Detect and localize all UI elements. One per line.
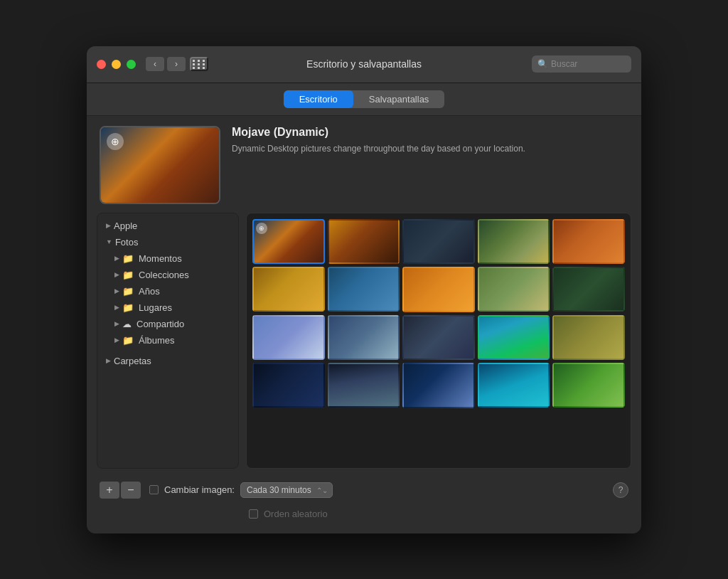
tab-screensaver[interactable]: Salvapantallas <box>353 90 445 108</box>
wallpaper-item-12[interactable] <box>328 315 400 360</box>
dynamic-icon: ⊕ <box>107 133 124 150</box>
bottom-bar: + − Cambiar imagen: Cada 30 minutos ⌃⌄ ? <box>97 477 631 500</box>
sidebar-label-carpetas: Carpetas <box>114 356 151 366</box>
random-row: Orden aleatorio <box>97 509 631 524</box>
tab-group: Escritorio Salvapantallas <box>284 90 445 108</box>
sidebar-item-momentos[interactable]: ▶ 📁 Momentos <box>97 250 238 267</box>
minimize-button[interactable] <box>112 60 121 69</box>
wallpaper-item-19[interactable] <box>478 363 550 408</box>
sidebar-label-colecciones: Colecciones <box>139 270 189 280</box>
folder-icon: 📁 <box>122 302 134 313</box>
search-placeholder: Buscar <box>551 59 577 69</box>
content-area: ⊕ Mojave (Dynamic) Dynamic Desktop pictu… <box>87 116 641 533</box>
remove-button[interactable]: − <box>121 482 141 499</box>
folder-icon: 📁 <box>122 335 134 346</box>
sidebar: ▶ Apple ▼ Fotos ▶ 📁 Momentos ▶ 📁 Col <box>97 213 239 469</box>
sidebar-label-momentos: Momentos <box>139 253 182 264</box>
help-button[interactable]: ? <box>613 482 628 498</box>
chevron-right-icon: ▶ <box>114 255 119 262</box>
close-button[interactable] <box>97 60 106 69</box>
wallpaper-item-15[interactable] <box>552 315 625 360</box>
sidebar-item-colecciones[interactable]: ▶ 📁 Colecciones <box>97 267 238 283</box>
chevron-right-icon: ▶ <box>114 320 119 327</box>
nav-buttons: ‹ › <box>146 57 186 71</box>
sidebar-item-albumes[interactable]: ▶ 📁 Álbumes <box>97 332 238 349</box>
window-title: Escritorio y salvapantallas <box>306 58 422 70</box>
wallpaper-item-10[interactable] <box>552 267 625 312</box>
preview-info: Mojave (Dynamic) Dynamic Desktop picture… <box>232 126 525 155</box>
wallpaper-description: Dynamic Desktop pictures change througho… <box>232 143 525 155</box>
tabs-bar: Escritorio Salvapantallas <box>87 83 641 116</box>
wallpaper-item-16[interactable] <box>252 363 325 408</box>
sidebar-label-albumes: Álbumes <box>139 335 175 346</box>
wallpaper-item-5[interactable] <box>552 219 625 264</box>
sidebar-item-compartido[interactable]: ▶ ☁ Compartido <box>97 316 238 332</box>
wallpaper-item-4[interactable] <box>478 219 550 264</box>
titlebar: ‹ › Escritorio y salvapantallas 🔍 Buscar <box>87 46 641 83</box>
sidebar-label-compartido: Compartido <box>136 319 184 329</box>
wallpaper-item-2[interactable] <box>328 219 400 264</box>
main-window: ‹ › Escritorio y salvapantallas 🔍 Buscar… <box>87 46 641 533</box>
wallpaper-name: Mojave (Dynamic) <box>232 126 525 139</box>
wallpaper-item-9[interactable] <box>478 267 550 312</box>
wallpaper-item-1[interactable]: ⊕ <box>252 219 325 264</box>
search-box[interactable]: 🔍 Buscar <box>532 55 631 73</box>
grid-view-button[interactable] <box>190 57 208 71</box>
chevron-right-icon: ▶ <box>114 336 119 344</box>
grid-icon <box>193 60 206 69</box>
chevron-right-icon: ▶ <box>106 222 111 229</box>
dropdown-arrow-icon: ⌃⌄ <box>316 486 328 494</box>
chevron-down-icon: ▼ <box>106 238 112 245</box>
back-button[interactable]: ‹ <box>146 57 164 71</box>
sidebar-label-anios: Años <box>139 286 160 297</box>
folder-icon: 📁 <box>122 270 134 280</box>
dropdown-value: Cada 30 minutos <box>247 485 311 495</box>
main-area: ▶ Apple ▼ Fotos ▶ 📁 Momentos ▶ 📁 Col <box>97 213 631 469</box>
sidebar-item-fotos[interactable]: ▼ Fotos <box>97 234 238 250</box>
forward-button[interactable]: › <box>167 57 186 71</box>
wallpaper-item-6[interactable] <box>252 267 325 312</box>
wallpaper-item-7[interactable] <box>328 267 400 312</box>
chevron-right-icon: ▶ <box>106 357 111 364</box>
sidebar-item-carpetas[interactable]: ▶ Carpetas <box>97 353 238 369</box>
chevron-right-icon: ▶ <box>114 287 119 294</box>
sidebar-label-fotos: Fotos <box>115 237 139 248</box>
wallpaper-item-14[interactable] <box>478 315 550 360</box>
sidebar-label-lugares: Lugares <box>139 302 172 313</box>
wallpaper-item-18[interactable] <box>402 363 475 408</box>
current-preview: ⊕ Mojave (Dynamic) Dynamic Desktop pictu… <box>97 126 631 204</box>
sidebar-item-anios[interactable]: ▶ 📁 Años <box>97 283 238 299</box>
tab-desktop[interactable]: Escritorio <box>284 90 353 108</box>
wallpaper-item-20[interactable] <box>552 363 625 408</box>
wallpaper-item-8[interactable] <box>402 267 475 312</box>
search-icon: 🔍 <box>537 59 548 69</box>
cloud-icon: ☁ <box>122 319 132 329</box>
add-button[interactable]: + <box>100 482 119 499</box>
change-image-checkbox[interactable] <box>149 485 159 494</box>
traffic-lights <box>97 60 136 69</box>
chevron-right-icon: ▶ <box>114 304 119 311</box>
sidebar-label-apple: Apple <box>114 221 137 231</box>
sidebar-item-apple[interactable]: ▶ Apple <box>97 218 238 234</box>
folder-icon: 📁 <box>122 286 134 297</box>
change-image-label: Cambiar imagen: <box>164 484 235 495</box>
change-image-row: Cambiar imagen: Cada 30 minutos ⌃⌄ <box>149 482 604 498</box>
wallpaper-item-11[interactable] <box>252 315 325 360</box>
fullscreen-button[interactable] <box>127 60 136 69</box>
dynamic-icon: ⊕ <box>256 223 267 234</box>
wallpaper-item-3[interactable] <box>402 219 475 265</box>
preview-thumbnail[interactable]: ⊕ <box>100 126 220 204</box>
random-checkbox[interactable] <box>249 509 258 519</box>
folder-icon: 📁 <box>122 253 134 264</box>
wallpaper-item-17[interactable] <box>328 363 400 408</box>
wallpaper-grid: ⊕ <box>246 213 631 469</box>
wallpaper-item-13[interactable] <box>402 315 475 361</box>
interval-dropdown[interactable]: Cada 30 minutos ⌃⌄ <box>240 482 333 498</box>
sidebar-controls: + − <box>100 482 141 499</box>
sidebar-item-lugares[interactable]: ▶ 📁 Lugares <box>97 299 238 316</box>
chevron-right-icon: ▶ <box>114 271 119 278</box>
random-label: Orden aleatorio <box>264 509 328 519</box>
